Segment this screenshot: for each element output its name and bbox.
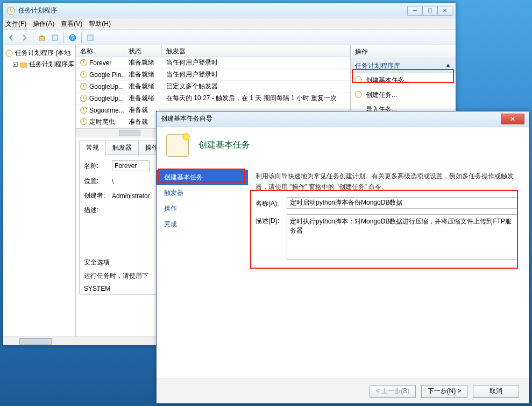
create-basic-task-wizard: 创建基本任务向导 ✕ 创建基本任务 创建基本任务 触发器 操作 完成 利用该向导… [156,111,529,404]
actions-header: 操作 [351,45,456,59]
actions-subheader[interactable]: 任务计划程序库▲ [351,59,456,73]
clock-icon [80,95,87,102]
maximize-button[interactable]: ☐ [422,6,437,16]
action-create-task[interactable]: 创建任务... [351,88,456,102]
svg-point-6 [6,50,12,57]
refresh-button[interactable] [84,32,96,44]
col-name[interactable]: 名称 [76,45,124,57]
label-creator: 创建者: [84,191,108,200]
svg-point-8 [355,76,361,83]
label-desc: 描述: [84,206,108,215]
svg-text:?: ? [71,34,75,41]
wizard-heading: 创建基本任务 [198,139,250,151]
detail-creator: Administrator [112,192,150,200]
col-status[interactable]: 状态 [124,45,162,57]
menubar: 文件(F) 操作(A) 查看(V) 帮助(H) [3,18,456,30]
svg-rect-1 [39,37,45,40]
main-titlebar[interactable]: 任务计划程序 ─ ☐ ✕ [3,3,456,18]
minimize-button[interactable]: ─ [407,6,422,16]
clock-icon [354,75,363,84]
step-action[interactable]: 操作 [157,201,248,216]
wizard-name-input[interactable] [287,197,518,209]
menu-file[interactable]: 文件(F) [5,19,26,29]
tree-root[interactable]: 任务计划程序 (本地 [4,47,74,59]
col-trigger[interactable]: 触发器 [162,45,350,57]
svg-rect-2 [52,35,58,40]
wizard-title: 创建基本任务向导 [161,114,501,123]
svg-rect-5 [88,35,93,40]
wizard-footer: < 上一步(B) 下一步(N) > 取消 [157,379,529,403]
step-trigger[interactable]: 触发器 [157,185,248,201]
cancel-button[interactable]: 取消 [473,385,519,398]
next-button[interactable]: 下一步(N) > [421,385,467,398]
close-button[interactable]: ✕ [501,114,524,124]
action-create-basic[interactable]: 创建基本任务... [351,73,456,88]
detail-name-input[interactable] [112,160,150,171]
clock-icon [80,118,87,125]
step-finish[interactable]: 完成 [157,216,248,232]
svg-point-9 [355,91,361,97]
svg-rect-7 [20,63,27,67]
tree-pane: 任务计划程序 (本地 ▸ 任务计划程序库 [3,45,76,345]
collapse-icon[interactable]: ▲ [445,61,451,71]
task-list-header: 名称 状态 触发器 [76,45,350,57]
close-button[interactable]: ✕ [437,6,452,16]
clock-icon [80,107,87,114]
back-button[interactable] [5,32,17,44]
menu-help[interactable]: 帮助(H) [89,19,111,29]
window-title: 任务计划程序 [18,6,407,15]
toolbar: ? [3,30,456,45]
wizard-content: 利用该向导快速地为常见任务创建计划。有关更多高级选项或设置，例如多任务操作或触发… [248,164,529,379]
menu-action[interactable]: 操作(A) [33,19,54,29]
clock-icon [5,50,13,57]
wizard-intro: 利用该向导快速地为常见任务创建计划。有关更多高级选项或设置，例如多任务操作或触发… [256,171,518,193]
task-row[interactable]: GoogleUp...准备就绪在每天的 10:27 - 触发后，在 1 天 期间… [76,93,350,104]
forward-button[interactable] [18,32,30,44]
up-button[interactable] [36,32,48,44]
task-row[interactable]: GoogleUp...准备就绪已定义多个触发器 [76,81,350,93]
wizard-icon [166,134,189,157]
task-row[interactable]: Forever准备就绪当任何用户登录时 [76,57,350,69]
label-name: 名称: [84,162,108,171]
tab-general[interactable]: 常规 [79,141,106,155]
folder-icon [20,61,27,68]
app-icon [6,6,15,15]
clock-icon [80,83,87,90]
tab-trigger[interactable]: 触发器 [105,141,139,155]
label-location: 位置: [84,177,108,186]
clock-icon [80,59,87,66]
clock-icon [80,71,87,78]
expand-icon[interactable]: ▸ [13,62,18,67]
wizard-header: 创建基本任务 [157,127,529,164]
tree-library[interactable]: ▸ 任务计划程序库 [4,59,74,70]
detail-location: \ [112,178,114,185]
step-basic[interactable]: 创建基本任务 [157,170,248,185]
menu-view[interactable]: 查看(V) [61,19,82,29]
props-button[interactable] [49,32,61,44]
label-desc: 描述(D): [256,214,287,260]
wizard-desc-input[interactable] [287,214,518,260]
wizard-steps: 创建基本任务 触发器 操作 完成 [157,164,248,379]
task-row[interactable]: Google Pin...准备就绪当任何用户登录时 [76,69,350,81]
back-button: < 上一步(B) [370,385,416,398]
clock-icon [354,90,363,99]
label-name: 名称(A): [256,197,287,209]
help-button[interactable]: ? [67,32,79,44]
wizard-titlebar[interactable]: 创建基本任务向导 ✕ [157,111,529,127]
